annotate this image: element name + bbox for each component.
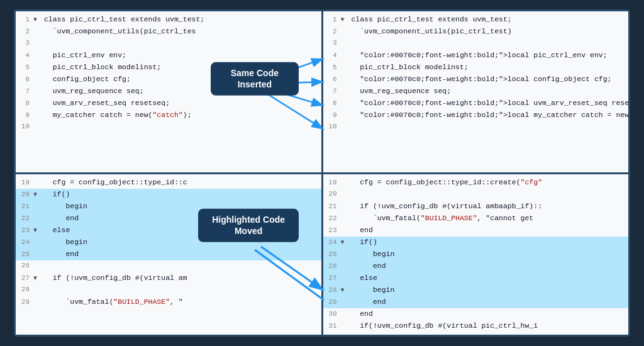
code-line: 1▼ class pic_ctrl_test extends uvm_test; — [16, 14, 321, 26]
code-line: 29 `uvm_fatal("BUILD_PHASE", " — [16, 296, 321, 308]
code-line: 24 begin — [16, 237, 321, 248]
code-line: 22 `uvm_fatal("BUILD_PHASE", "cannot get — [323, 213, 629, 225]
code-line: 10 — [16, 121, 321, 133]
code-line: 21 if (!uvm_config_db #(virtual ambaapb_… — [323, 201, 629, 213]
code-line: 10 — [323, 121, 629, 133]
code-line: 19 cfg = config_object::type_id::c — [16, 177, 321, 189]
code-line: 25 begin — [323, 248, 629, 260]
code-line: 8 uvm_arv_reset_seq resetseq; — [16, 98, 321, 109]
code-line: 21 begin — [16, 201, 321, 213]
code-line: 26 — [16, 260, 321, 272]
code-line: 30 end — [323, 308, 629, 320]
code-line: 7 uvm_reg_sequence seq; — [16, 86, 321, 98]
code-line: 29 end — [323, 296, 629, 308]
code-line: 25 end — [16, 248, 321, 260]
code-line: 5 pic_ctrl_block modelinst; — [16, 62, 321, 74]
code-line: 2 `uvm_component_utils(pic_ctrl_tes — [16, 26, 321, 38]
code-line: 28▼ begin — [323, 284, 629, 296]
main-container: 1▼ class pic_ctrl_test extends uvm_test;… — [14, 9, 630, 337]
code-line: 6 config_object cfg; — [16, 74, 321, 86]
code-line: 5 pic_ctrl_block modelinst; — [323, 62, 629, 74]
top-left-panel: 1▼ class pic_ctrl_test extends uvm_test;… — [16, 11, 321, 172]
code-line: 24▼ if() — [323, 237, 629, 248]
code-line: 19 cfg = config_object::type_id::create(… — [323, 177, 629, 189]
code-line: 23▼ else — [16, 225, 321, 237]
code-line: 2 `uvm_component_utils(pic_ctrl_test) — [323, 26, 629, 38]
code-line: 3 — [16, 38, 321, 50]
code-line: 28 — [16, 284, 321, 296]
code-line: 1▼ class pic_ctrl_test extends uvm_test; — [323, 14, 629, 26]
code-line: 4 pic_ctrl_env env; — [16, 50, 321, 62]
code-line: 23 end — [323, 225, 629, 237]
top-right-panel: 1▼ class pic_ctrl_test extends uvm_test;… — [321, 11, 629, 172]
code-line: 27 else — [323, 272, 629, 284]
code-line: 22 end — [16, 213, 321, 225]
code-line: 7 uvm_reg_sequence seq; — [323, 86, 629, 98]
code-line: 26 end — [323, 260, 629, 272]
code-line: 20▼ if() — [16, 189, 321, 201]
code-line: 9 "color:#0070c0;font-weight:bold;">loca… — [323, 109, 629, 121]
code-line: 6 "color:#0070c0;font-weight:bold;">loca… — [323, 74, 629, 86]
code-line: 3 — [323, 38, 629, 50]
code-line: 9 my_catcher catch = new("catch"); — [16, 109, 321, 121]
bottom-right-panel: 19 cfg = config_object::type_id::create(… — [321, 174, 629, 335]
bottom-left-panel: 19 cfg = config_object::type_id::c20▼ if… — [16, 174, 321, 335]
code-line: 20 — [323, 189, 629, 201]
code-line: 8 "color:#0070c0;font-weight:bold;">loca… — [323, 98, 629, 109]
code-line: 31 if(!uvm_config_db #(virtual pic_ctrl_… — [323, 320, 629, 332]
code-line: 27▼ if (!uvm_config_db #(virtual am — [16, 272, 321, 284]
code-line: 4 "color:#0070c0;font-weight:bold;">loca… — [323, 50, 629, 62]
